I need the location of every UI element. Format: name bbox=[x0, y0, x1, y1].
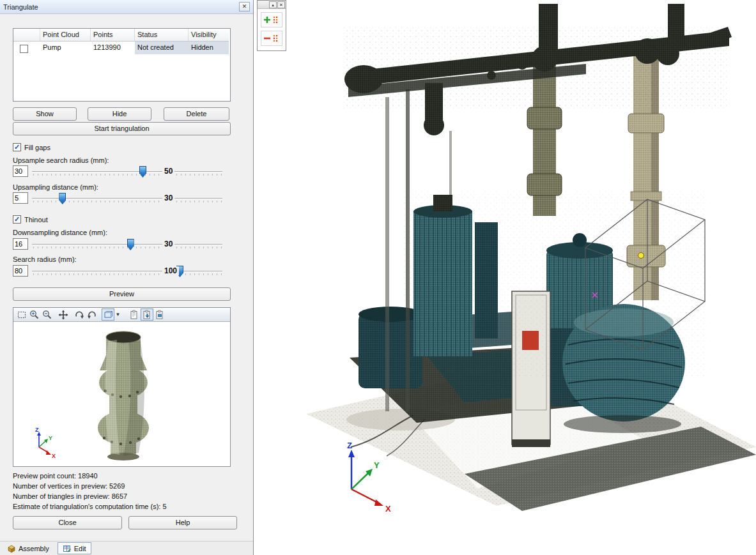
bottom-tabbar: Assembly Edit bbox=[0, 541, 253, 555]
downsampling-distance-slider-row: 30 bbox=[0, 238, 253, 252]
close-button[interactable]: Close bbox=[13, 516, 122, 529]
rotate-cw-icon bbox=[74, 310, 84, 320]
upsample-radius-slider-row: 50 bbox=[0, 165, 253, 179]
upsample-radius-slider[interactable] bbox=[32, 165, 217, 179]
save-view-button[interactable] bbox=[153, 308, 166, 321]
downsampling-distance-input[interactable] bbox=[13, 238, 28, 250]
upsampling-distance-slider-row: 30 bbox=[0, 192, 253, 206]
preview-pipe-segment bbox=[98, 331, 149, 460]
tab-assembly-label: Assembly bbox=[19, 545, 49, 552]
slider-thumb[interactable] bbox=[127, 239, 134, 250]
header-status: Status bbox=[135, 29, 189, 42]
dialog-titlebar: Triangulate ✕ bbox=[0, 0, 253, 14]
upsample-radius-max: 50 bbox=[162, 167, 174, 176]
axis-z-label: Z bbox=[347, 441, 352, 450]
preview-axis-z-label: Z bbox=[35, 427, 39, 433]
slider-thumb[interactable] bbox=[139, 166, 146, 178]
remove-points-button[interactable] bbox=[261, 31, 282, 46]
slider-thumb[interactable] bbox=[59, 193, 66, 204]
points-mini-toolbar: ▴ ✕ bbox=[257, 0, 286, 51]
tab-edit[interactable]: Edit bbox=[58, 542, 91, 554]
rect-select-button[interactable] bbox=[15, 308, 28, 321]
preview-button[interactable]: Preview bbox=[13, 287, 231, 301]
hide-button[interactable]: Hide bbox=[88, 107, 151, 121]
search-radius-slider-row: 100 bbox=[0, 264, 253, 278]
paste-view-icon bbox=[142, 310, 152, 320]
search-radius-input[interactable] bbox=[13, 265, 28, 277]
upsample-radius-input[interactable] bbox=[13, 165, 28, 177]
delete-button[interactable]: Delete bbox=[164, 107, 229, 121]
header-points: Points bbox=[91, 29, 135, 42]
axis-y-label: Y bbox=[374, 460, 380, 470]
paste-view-button[interactable] bbox=[141, 308, 153, 321]
preview-point-cloud: Z Y X bbox=[13, 322, 230, 466]
preview-canvas[interactable]: Z Y X bbox=[13, 322, 230, 466]
rect-select-icon bbox=[17, 310, 27, 320]
axis-x-label: X bbox=[385, 504, 391, 513]
rotate-ccw-button[interactable] bbox=[86, 308, 98, 321]
save-view-icon bbox=[155, 310, 165, 320]
stat-point-count: Preview point count: 18940 bbox=[13, 471, 167, 481]
zoom-out-button[interactable] bbox=[41, 308, 54, 321]
header-checkbox bbox=[13, 29, 40, 42]
copy-view-icon bbox=[129, 310, 139, 320]
search-radius-label: Search radius (mm): bbox=[13, 255, 77, 263]
upsampling-distance-label: Upsampling distance (mm): bbox=[13, 183, 98, 191]
row-checkbox[interactable] bbox=[20, 45, 28, 53]
view-mode-button[interactable] bbox=[102, 308, 114, 321]
header-visibility: Visibility bbox=[189, 29, 229, 42]
preview-axis-x-label: X bbox=[52, 453, 56, 459]
cell-points: 1213990 bbox=[91, 42, 135, 54]
add-points-icon bbox=[263, 15, 280, 25]
chevron-down-icon: ▼ bbox=[116, 312, 121, 317]
zoom-in-button[interactable] bbox=[28, 308, 41, 321]
copy-view-button[interactable] bbox=[128, 308, 141, 321]
upsampling-distance-max: 30 bbox=[162, 194, 174, 202]
pan-icon bbox=[58, 310, 68, 320]
rotate-cw-button[interactable] bbox=[73, 308, 86, 321]
dialog-title: Triangulate bbox=[3, 3, 38, 11]
tab-assembly[interactable]: Assembly bbox=[2, 542, 54, 554]
search-radius-max: 100 bbox=[162, 266, 179, 275]
add-points-button[interactable] bbox=[261, 12, 282, 27]
tab-edit-label: Edit bbox=[74, 545, 86, 552]
remove-points-icon bbox=[263, 33, 280, 43]
view-mode-icon bbox=[103, 310, 113, 320]
close-icon[interactable]: ✕ bbox=[277, 1, 285, 8]
collapse-icon[interactable]: ▴ bbox=[269, 1, 277, 8]
stat-triangles: Number of triangles in preview: 8657 bbox=[13, 491, 167, 501]
start-triangulation-button[interactable]: Start triangulation bbox=[13, 122, 231, 135]
fill-gaps-label: Fill gaps bbox=[24, 144, 50, 151]
thinout-checkbox[interactable] bbox=[13, 215, 21, 224]
upsampling-distance-input[interactable] bbox=[13, 192, 28, 204]
downsampling-distance-label: Downsampling distance (mm): bbox=[13, 229, 107, 236]
cell-point-cloud: Pump bbox=[40, 42, 91, 54]
upsampling-distance-slider[interactable] bbox=[32, 192, 217, 206]
rotate-ccw-icon bbox=[87, 310, 97, 320]
upsample-radius-label: Upsample search radius (mm): bbox=[13, 156, 109, 164]
selection-marker[interactable] bbox=[638, 253, 644, 259]
pan-button[interactable] bbox=[57, 308, 70, 321]
main-3d-viewport[interactable]: Z Y X bbox=[254, 0, 756, 555]
downsampling-distance-max: 30 bbox=[162, 239, 174, 248]
cell-status: Not created bbox=[135, 42, 189, 54]
close-icon[interactable]: ✕ bbox=[239, 2, 250, 11]
preview-panel: ▼ bbox=[13, 307, 231, 467]
preview-axis-y-label: Y bbox=[49, 435, 52, 441]
stat-vertices: Number of vertices in preview: 5269 bbox=[13, 481, 167, 491]
view-mode-dropdown[interactable]: ▼ bbox=[114, 308, 121, 321]
zoom-in-icon bbox=[29, 310, 40, 320]
mini-toolbar-titlebar: ▴ ✕ bbox=[258, 1, 286, 9]
table-row[interactable]: Pump 1213990 Not created Hidden bbox=[13, 42, 230, 54]
search-radius-slider[interactable] bbox=[32, 264, 217, 278]
fill-gaps-checkbox[interactable] bbox=[13, 143, 21, 151]
help-button[interactable]: Help bbox=[128, 516, 237, 529]
preview-toolbar: ▼ bbox=[13, 308, 230, 322]
show-button[interactable]: Show bbox=[13, 107, 77, 121]
assembly-icon bbox=[7, 544, 16, 553]
downsampling-distance-slider[interactable] bbox=[32, 238, 217, 252]
triangulate-dialog: Triangulate ✕ Point Cloud Points Status … bbox=[0, 0, 254, 555]
header-point-cloud: Point Cloud bbox=[40, 29, 91, 42]
point-cloud-table: Point Cloud Points Status Visibility Pum… bbox=[13, 28, 231, 102]
table-header-row: Point Cloud Points Status Visibility bbox=[13, 29, 230, 42]
